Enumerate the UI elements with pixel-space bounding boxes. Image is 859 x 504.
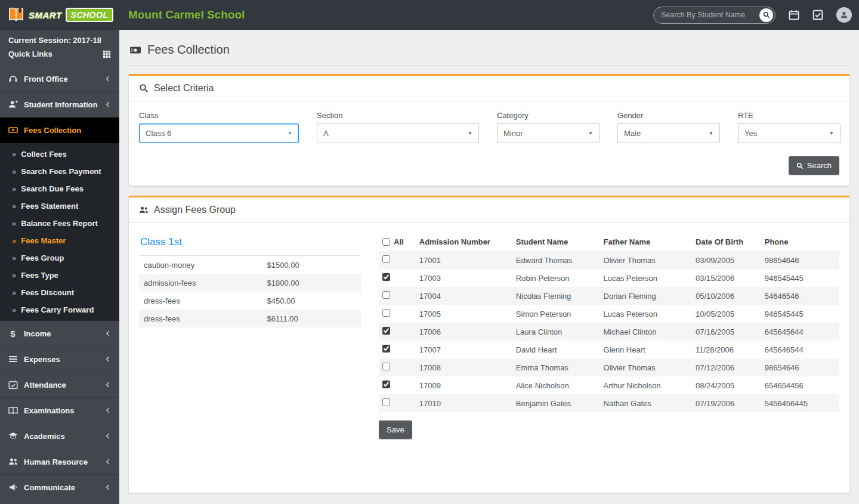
people-icon bbox=[139, 205, 149, 215]
submenu-item-fees-discount[interactable]: » Fees Discount bbox=[0, 284, 119, 301]
submenu-item-search-fees-payment[interactable]: » Search Fees Payment bbox=[0, 163, 119, 180]
user-avatar[interactable] bbox=[836, 7, 852, 23]
submenu-item-label: Balance Fees Report bbox=[21, 219, 98, 228]
brand-logo[interactable]: SMART SCHOOL bbox=[0, 0, 119, 30]
fee-row: caution-money $1500.00 bbox=[139, 256, 361, 274]
gender-select[interactable]: Male ▼ bbox=[617, 123, 720, 143]
student-checkbox[interactable] bbox=[382, 363, 390, 370]
select-criteria-header: Select Criteria bbox=[129, 76, 849, 101]
student-checkbox[interactable] bbox=[382, 381, 390, 388]
student-checkbox[interactable] bbox=[382, 309, 390, 317]
school-name: Mount Carmel School bbox=[128, 8, 245, 21]
admission-number-cell: 17010 bbox=[416, 394, 512, 412]
student-row: 17004 Nicolas Fleming Dorian Fleming 05/… bbox=[379, 287, 839, 305]
caret-down-icon: ▼ bbox=[829, 131, 834, 136]
submenu-item-fees-statement[interactable]: » Fees Statement bbox=[0, 197, 119, 215]
submenu-item-label: Collect Fees bbox=[21, 150, 67, 159]
admission-number-cell: 17003 bbox=[416, 269, 512, 287]
submenu-item-collect-fees[interactable]: » Collect Fees bbox=[0, 146, 119, 163]
fees-collection-submenu: » Collect Fees » Search Fees Payment » S… bbox=[0, 143, 119, 321]
page-header: Fees Collection bbox=[128, 38, 850, 66]
calendar-icon bbox=[789, 10, 799, 20]
dob-cell: 10/05/2005 bbox=[692, 305, 761, 323]
sidebar-item-label: Human Resource bbox=[24, 457, 98, 466]
dob-cell: 03/15/2006 bbox=[692, 269, 761, 287]
sidebar-item-attendance[interactable]: Attendance bbox=[0, 372, 119, 398]
assign-fees-group-card: Assign Fees Group Class 1st caution-mone… bbox=[128, 196, 850, 493]
submenu-item-fees-group[interactable]: » Fees Group bbox=[0, 249, 119, 267]
sidebar-item-student-information[interactable]: Student Information bbox=[0, 92, 119, 118]
sidebar-item-human-resource[interactable]: Human Resource bbox=[0, 449, 119, 475]
student-checkbox[interactable] bbox=[382, 345, 390, 353]
dob-cell: 08/24/2005 bbox=[692, 376, 761, 394]
father-name-cell: Dorian Fleming bbox=[600, 287, 692, 305]
caret-down-icon: ▼ bbox=[588, 131, 593, 136]
student-row: 17008 Emma Thomas Olivier Thomas 07/12/2… bbox=[379, 358, 839, 376]
search-button[interactable]: Search bbox=[789, 156, 839, 175]
quick-links[interactable]: Quick Links bbox=[8, 50, 111, 58]
admission-number-cell: 17008 bbox=[416, 358, 512, 376]
admission-number-cell: 17005 bbox=[416, 305, 512, 323]
sidebar-item-label: Student Information bbox=[24, 100, 98, 109]
submenu-item-label: Fees Discount bbox=[21, 288, 74, 297]
class-select[interactable]: Class 6 ▼ bbox=[139, 123, 299, 143]
save-button[interactable]: Save bbox=[379, 420, 412, 439]
tasks-button[interactable] bbox=[812, 10, 823, 20]
sidebar: Current Session: 2017-18 Quick Links Fro… bbox=[0, 30, 119, 504]
student-checkbox[interactable] bbox=[382, 273, 390, 281]
rte-select[interactable]: Yes ▼ bbox=[738, 123, 841, 143]
sidebar-item-income[interactable]: $ Income bbox=[0, 321, 119, 347]
open-book-icon bbox=[8, 406, 18, 415]
student-row: 17010 Benjamin Gates Nathan Gates 07/19/… bbox=[379, 394, 839, 412]
father-name-cell: Olivier Thomas bbox=[600, 251, 692, 269]
dob-cell: 07/19/2006 bbox=[692, 394, 761, 412]
assign-fees-group-header: Assign Fees Group bbox=[129, 197, 849, 223]
student-checkbox[interactable] bbox=[382, 327, 390, 335]
sidebar-item-front-office[interactable]: Front Office bbox=[0, 66, 119, 92]
father-name-cell: Nathan Gates bbox=[600, 394, 692, 412]
sidebar-item-label: Fees Collection bbox=[24, 126, 112, 135]
category-select[interactable]: Minor ▼ bbox=[497, 123, 600, 143]
submenu-item-fees-type[interactable]: » Fees Type bbox=[0, 267, 119, 284]
people-icon bbox=[8, 457, 18, 466]
student-icon bbox=[8, 100, 18, 109]
student-checkbox[interactable] bbox=[382, 398, 390, 406]
phone-cell: 54646546 bbox=[761, 287, 839, 305]
double-arrow-icon: » bbox=[12, 167, 16, 176]
student-search-input[interactable] bbox=[661, 11, 759, 19]
sidebar-item-examinations[interactable]: Examinations bbox=[0, 398, 119, 423]
dob-cell: 11/28/2006 bbox=[692, 341, 761, 358]
admission-number-cell: 17001 bbox=[416, 251, 512, 269]
submenu-item-balance-fees-report[interactable]: » Balance Fees Report bbox=[0, 215, 119, 232]
fee-name: dress-fees bbox=[144, 314, 267, 323]
admission-number-cell: 17009 bbox=[416, 376, 512, 394]
section-select[interactable]: A ▼ bbox=[317, 123, 479, 143]
gender-label: Gender bbox=[617, 111, 720, 120]
chevron-left-icon bbox=[104, 484, 112, 491]
student-checkbox[interactable] bbox=[382, 291, 390, 299]
fee-name: admission-fees bbox=[144, 279, 267, 287]
session-block: Current Session: 2017-18 Quick Links bbox=[0, 30, 119, 66]
sidebar-item-academics[interactable]: Academics bbox=[0, 423, 119, 449]
select-all-checkbox[interactable] bbox=[382, 238, 390, 246]
sidebar-item-fees-collection[interactable]: Fees Collection bbox=[0, 118, 119, 143]
sidebar-item-expenses[interactable]: Expenses bbox=[0, 347, 119, 372]
column-admission-number: Admission Number bbox=[416, 233, 512, 251]
brand-school-text: SCHOOL bbox=[66, 8, 114, 22]
students-panel: All Admission Number Student Name Father… bbox=[379, 233, 839, 439]
calendar-button[interactable] bbox=[789, 10, 799, 20]
page-title: Fees Collection bbox=[147, 43, 230, 57]
fee-amount: $6111.00 bbox=[267, 314, 356, 323]
sidebar-item-communicate[interactable]: Communicate bbox=[0, 475, 119, 500]
phone-cell: 645646544 bbox=[761, 341, 839, 358]
caret-down-icon: ▼ bbox=[709, 131, 713, 136]
column-phone: Phone bbox=[761, 233, 839, 251]
double-arrow-icon: » bbox=[12, 253, 16, 262]
search-icon bbox=[139, 84, 149, 93]
phone-cell: 98654646 bbox=[761, 358, 839, 376]
student-checkbox[interactable] bbox=[382, 255, 390, 263]
submenu-item-fees-carry-forward[interactable]: » Fees Carry Forward bbox=[0, 301, 119, 319]
submenu-item-fees-master[interactable]: » Fees Master bbox=[0, 232, 119, 249]
student-search-button[interactable] bbox=[759, 8, 773, 22]
submenu-item-search-due-fees[interactable]: » Search Due Fees bbox=[0, 180, 119, 197]
